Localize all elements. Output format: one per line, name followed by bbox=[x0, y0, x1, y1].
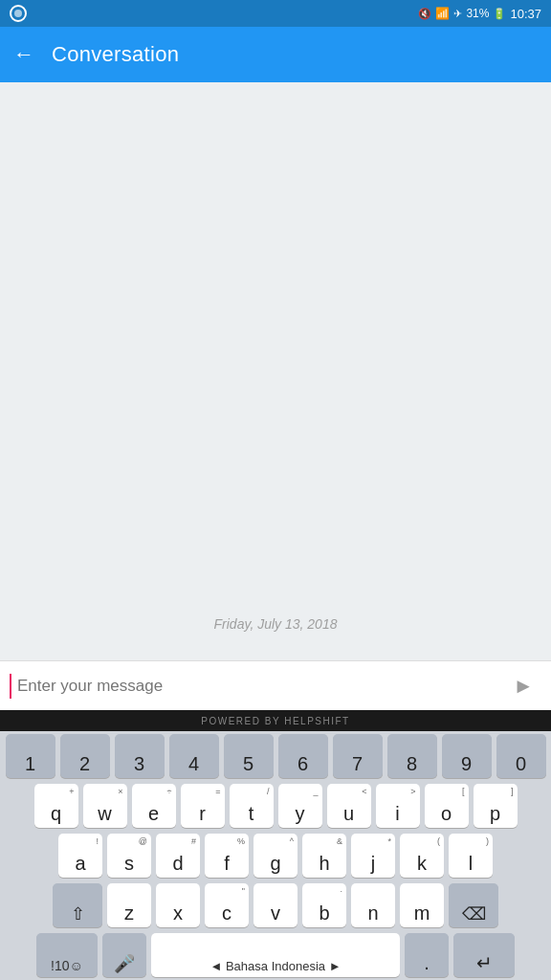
mute-icon: 🔇 bbox=[418, 8, 431, 20]
page-title: Conversation bbox=[52, 42, 179, 67]
key-c[interactable]: "c bbox=[205, 883, 249, 927]
key-q[interactable]: +q bbox=[34, 784, 78, 828]
battery-label: 31% bbox=[466, 7, 489, 20]
svg-point-0 bbox=[14, 10, 22, 17]
keyboard-row-asdf: !a @s #d %f ^g &h *j (k )l bbox=[0, 831, 551, 880]
key-0[interactable]: 0 bbox=[496, 734, 546, 778]
key-l[interactable]: )l bbox=[449, 834, 493, 878]
key-w[interactable]: ×w bbox=[83, 784, 127, 828]
back-button[interactable]: ← bbox=[13, 42, 34, 67]
app-bar: ← Conversation bbox=[0, 27, 551, 82]
time-label: 10:37 bbox=[510, 7, 541, 21]
keyboard-row-qwerty: +q ×w ÷e =r /t _y <u >i [o ]p bbox=[0, 781, 551, 831]
message-input[interactable] bbox=[17, 677, 505, 696]
key-f[interactable]: %f bbox=[205, 834, 249, 878]
key-5[interactable]: 5 bbox=[224, 734, 274, 778]
key-s[interactable]: @s bbox=[107, 834, 151, 878]
keyboard-row-bottom: !10☺ 🎤 ◄ Bahasa Indonesia ► . ↵ bbox=[0, 930, 551, 980]
key-x[interactable]: x bbox=[156, 883, 200, 927]
wifi-icon: 📶 bbox=[435, 7, 450, 20]
key-d[interactable]: #d bbox=[156, 834, 200, 878]
powered-bar: POWERED BY HELPSHIFT bbox=[0, 710, 551, 731]
backspace-button[interactable]: ⌫ bbox=[449, 883, 498, 927]
key-3[interactable]: 3 bbox=[115, 734, 165, 778]
app-icon bbox=[10, 5, 27, 22]
key-7[interactable]: 7 bbox=[333, 734, 383, 778]
powered-label: POWERED BY HELPSHIFT bbox=[201, 716, 349, 726]
key-m[interactable]: m bbox=[400, 883, 444, 927]
key-a[interactable]: !a bbox=[58, 834, 102, 878]
key-4[interactable]: 4 bbox=[169, 734, 219, 778]
space-button[interactable]: ◄ Bahasa Indonesia ► bbox=[151, 933, 400, 977]
key-u[interactable]: <u bbox=[327, 784, 371, 828]
key-i[interactable]: >i bbox=[376, 784, 420, 828]
special-chars-button[interactable]: !10☺ bbox=[36, 933, 98, 977]
key-b[interactable]: ·b bbox=[302, 883, 346, 927]
input-bar: ► bbox=[0, 660, 551, 710]
key-1[interactable]: 1 bbox=[6, 734, 55, 778]
airplane-icon: ✈ bbox=[453, 8, 462, 20]
key-e[interactable]: ÷e bbox=[132, 784, 176, 828]
key-6[interactable]: 6 bbox=[278, 734, 328, 778]
key-2[interactable]: 2 bbox=[60, 734, 110, 778]
key-8[interactable]: 8 bbox=[387, 734, 437, 778]
key-z[interactable]: z bbox=[107, 883, 151, 927]
status-right: 🔇 📶 ✈ 31% 🔋 10:37 bbox=[418, 7, 541, 21]
key-9[interactable]: 9 bbox=[442, 734, 492, 778]
key-g[interactable]: ^g bbox=[253, 834, 298, 878]
dot-button[interactable]: . bbox=[405, 933, 449, 977]
enter-button[interactable]: ↵ bbox=[453, 933, 515, 977]
key-y[interactable]: _y bbox=[278, 784, 322, 828]
mic-button[interactable]: 🎤 bbox=[102, 933, 146, 977]
key-v[interactable]: v bbox=[253, 883, 298, 927]
battery-icon: 🔋 bbox=[493, 8, 506, 20]
key-r[interactable]: =r bbox=[181, 784, 225, 828]
key-k[interactable]: (k bbox=[400, 834, 444, 878]
status-bar: 🔇 📶 ✈ 31% 🔋 10:37 bbox=[0, 0, 551, 27]
status-left bbox=[10, 5, 27, 22]
key-p[interactable]: ]p bbox=[474, 784, 518, 828]
chat-area: Friday, July 13, 2018 bbox=[0, 82, 551, 660]
key-h[interactable]: &h bbox=[302, 834, 346, 878]
key-o[interactable]: [o bbox=[425, 784, 469, 828]
text-cursor bbox=[10, 674, 11, 699]
keyboard: 1 2 3 4 5 6 7 8 9 0 +q ×w ÷e =r /t _y <u… bbox=[0, 731, 551, 980]
key-n[interactable]: n bbox=[351, 883, 395, 927]
keyboard-row-zxcv: ⇧ z x "c v ·b n m ⌫ bbox=[0, 880, 551, 930]
key-t[interactable]: /t bbox=[230, 784, 274, 828]
shift-button[interactable]: ⇧ bbox=[53, 883, 102, 927]
send-button[interactable]: ► bbox=[505, 670, 541, 702]
key-j[interactable]: *j bbox=[351, 834, 395, 878]
date-label: Friday, July 13, 2018 bbox=[214, 616, 338, 632]
keyboard-row-numbers: 1 2 3 4 5 6 7 8 9 0 bbox=[0, 731, 551, 781]
